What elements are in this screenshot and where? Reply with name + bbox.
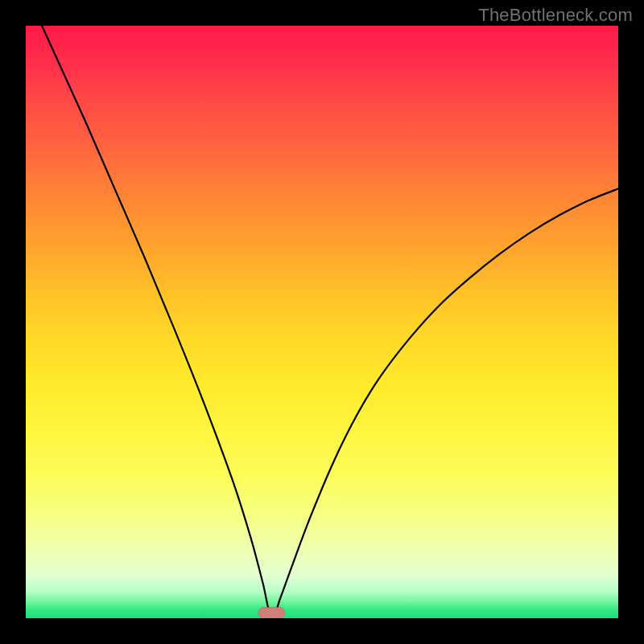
curve-layer <box>26 26 618 618</box>
chart-frame: TheBottleneck.com <box>0 0 644 644</box>
minimum-marker <box>258 608 285 618</box>
bottleneck-curve <box>26 26 618 618</box>
watermark-text: TheBottleneck.com <box>478 5 633 26</box>
plot-area <box>26 26 618 618</box>
